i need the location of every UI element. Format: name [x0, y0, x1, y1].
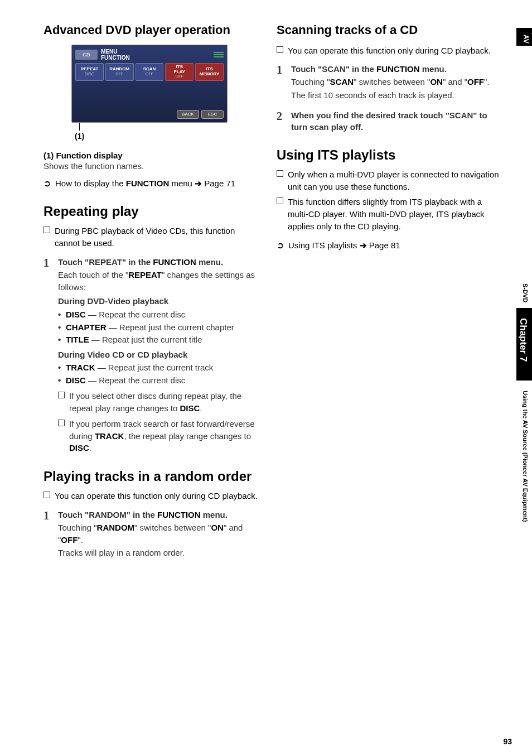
note-multi-dvd-text: Only when a multi-DVD player is connecte… [288, 168, 500, 193]
note-box-icon [58, 420, 65, 426]
steps-random: 1 Touch "RANDOM" in the FUNCTION menu. T… [43, 509, 261, 559]
crossref-text: How to display the FUNCTION menu ➔ Page … [55, 177, 235, 189]
note-box-icon [277, 198, 283, 204]
crossref-function-menu: ➲ How to display the FUNCTION menu ➔ Pag… [43, 177, 261, 189]
page-number: 93 [503, 737, 512, 746]
callout-number-1: (1) [75, 132, 228, 141]
function-label: FUNCTION [101, 55, 130, 61]
tab-random[interactable]: RANDOMOFF [105, 63, 134, 81]
note-cd-only-random-text: You can operate this function only durin… [55, 490, 261, 502]
note-multi-dvd: Only when a multi-DVD player is connecte… [277, 168, 500, 193]
function-menu-figure: CD MENU FUNCTION REPEATDISC RANDOMOFF SC… [71, 45, 228, 141]
step-body-2: The first 10 seconds of each track is pl… [291, 89, 500, 102]
back-button[interactable]: BACK [177, 110, 199, 119]
bullet-disc-2: DISC — Repeat the current disc [58, 374, 261, 387]
step-1-scan: 1 Touch "SCAN" in the FUNCTION menu. Tou… [277, 63, 500, 102]
bullet-disc: DISC — Repeat the current disc [58, 309, 261, 321]
left-column: Advanced DVD player operation CD MENU FU… [43, 22, 261, 745]
bullets-cd: TRACK — Repeat just the current track DI… [58, 362, 261, 387]
steps-scan: 1 Touch "SCAN" in the FUNCTION menu. Tou… [277, 63, 500, 133]
step-number: 1 [277, 62, 282, 78]
step-number: 1 [43, 255, 49, 271]
bullet-chapter: CHAPTER — Repeat just the current chapte… [58, 321, 261, 334]
step-head: When you find the desired track touch "S… [291, 109, 500, 133]
esc-button[interactable]: ESC [201, 110, 224, 119]
heading-using-its: Using ITS playlists [277, 147, 500, 163]
function-tabs: REPEATDISC RANDOMOFF SCANOFF ITS PLAYOFF… [75, 63, 224, 81]
side-label-sdvd: S-DVD [522, 283, 529, 302]
note-its-differs-text: This function differs slightly from ITS … [288, 196, 500, 232]
bullets-dvd: DISC — Repeat the current disc CHAPTER —… [58, 309, 261, 346]
note-cd-only-random: You can operate this function only durin… [43, 490, 261, 502]
note-cd-only-scan-text: You can operate this function only durin… [288, 45, 500, 57]
note-cd-only-scan: You can operate this function only durin… [277, 45, 500, 57]
heading-random-order: Playing tracks in a random order [43, 469, 261, 484]
tab-repeat[interactable]: REPEATDISC [75, 63, 104, 81]
side-label-chapter: Chapter 7 [518, 318, 529, 362]
steps-repeating: 1 Touch "REPEAT" in the FUNCTION menu. E… [43, 256, 261, 454]
tab-its-memory[interactable]: ITS MEMORY [195, 63, 224, 81]
step-body: Each touch of the "REPEAT" changes the s… [58, 269, 261, 293]
step-body-2: Tracks will play in a random order. [58, 547, 261, 559]
step-body-1: Touching "RANDOM" switches between "ON" … [58, 522, 261, 546]
crossref-its-playlists: ➲ Using ITS playlists ➔ Page 81 [277, 239, 500, 251]
note-other-discs-text: If you select other discs during repeat … [69, 390, 261, 415]
tab-scan[interactable]: SCANOFF [136, 63, 164, 81]
function-menu-screenshot: CD MENU FUNCTION REPEATDISC RANDOMOFF SC… [71, 45, 228, 123]
note-box-icon [277, 170, 283, 177]
callout-line [79, 123, 80, 131]
step-head: Touch "SCAN" in the FUNCTION menu. [291, 63, 500, 75]
cd-icon: CD [75, 50, 98, 60]
note-other-discs: If you select other discs during repeat … [58, 390, 261, 415]
menu-bars-icon [214, 52, 224, 57]
function-display-desc: (1) Function display Shows the function … [43, 151, 261, 172]
note-track-search-text: If you perform track search or fast forw… [69, 418, 261, 454]
side-label-using: Using the AV Source (Pioneer AV Equipmen… [522, 391, 529, 522]
function-display-body: Shows the function names. [43, 160, 261, 172]
right-column: Scanning tracks of a CD You can operate … [277, 22, 500, 745]
note-track-search: If you perform track search or fast forw… [58, 418, 261, 454]
subhead-video-cd: During Video CD or CD playback [58, 349, 261, 361]
step-1-random: 1 Touch "RANDOM" in the FUNCTION menu. T… [43, 509, 261, 559]
note-box-icon [43, 227, 50, 233]
subhead-dvd-video: During DVD-Video playback [58, 295, 261, 307]
function-display-label: (1) Function display [43, 151, 261, 160]
note-box-icon [58, 392, 65, 398]
step-head: Touch "REPEAT" in the FUNCTION menu. [58, 256, 261, 268]
page: Advanced DVD player operation CD MENU FU… [0, 0, 532, 756]
note-pbc: During PBC playback of Video CDs, this f… [43, 225, 261, 249]
step-head: Touch "RANDOM" in the FUNCTION menu. [58, 509, 261, 521]
step-1-repeat: 1 Touch "REPEAT" in the FUNCTION menu. E… [43, 256, 261, 454]
note-box-icon [43, 492, 50, 498]
tab-its-play[interactable]: ITS PLAYOFF [165, 63, 194, 81]
heading-repeating-play: Repeating play [43, 204, 261, 219]
heading-scanning: Scanning tracks of a CD [277, 22, 500, 38]
menu-label: MENU [101, 49, 130, 55]
bullet-track: TRACK — Repeat just the current track [58, 362, 261, 374]
crossref-text: Using ITS playlists ➔ Page 81 [288, 239, 400, 251]
step-body-1: Touching "SCAN" switches between "ON" an… [291, 76, 500, 88]
step-2-scan: 2 When you find the desired track touch … [277, 109, 500, 133]
note-pbc-text: During PBC playback of Video CDs, this f… [55, 225, 261, 249]
step-number: 2 [277, 108, 282, 124]
crossref-arrow-icon: ➲ [43, 178, 51, 189]
heading-advanced-dvd: Advanced DVD player operation [43, 22, 261, 38]
side-label-av: AV [522, 35, 530, 44]
crossref-arrow-icon: ➲ [277, 240, 284, 251]
bullet-title: TITLE — Repeat just the current title [58, 334, 261, 346]
step-number: 1 [43, 508, 49, 524]
note-box-icon [277, 46, 283, 53]
note-its-differs: This function differs slightly from ITS … [277, 196, 500, 232]
